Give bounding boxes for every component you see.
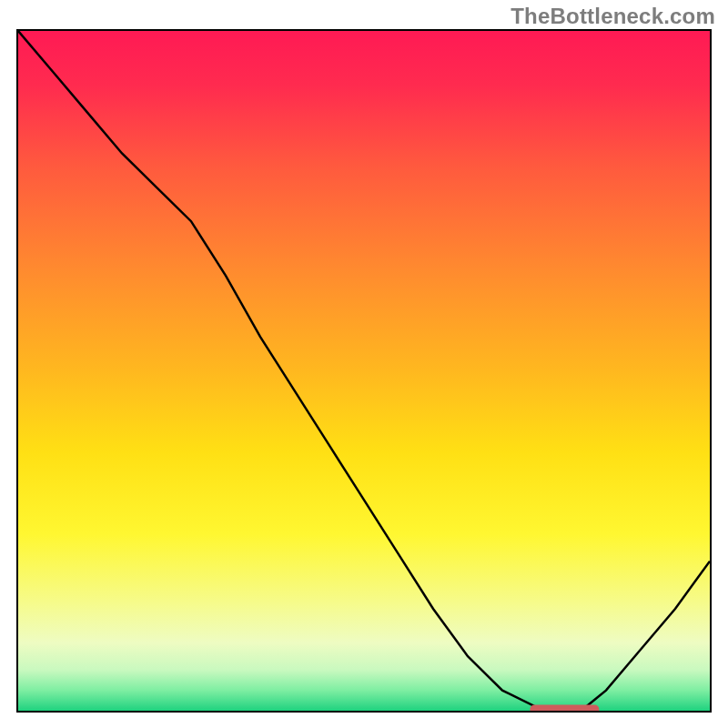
bottleneck-curve-line: [18, 31, 710, 711]
chart-frame: [16, 29, 712, 713]
chart-curve-layer: [18, 31, 710, 711]
optimal-range-marker: [530, 705, 599, 712]
watermark-text: TheBottleneck.com: [511, 4, 715, 29]
